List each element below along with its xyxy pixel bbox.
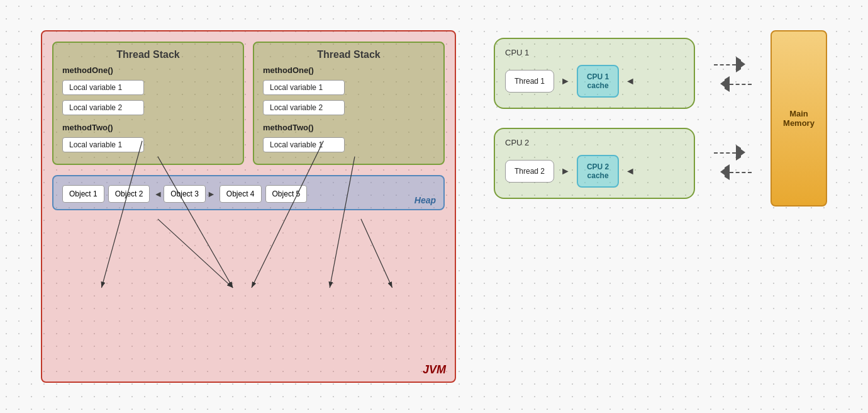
heap-obj1: Object 1 bbox=[62, 185, 104, 203]
cpu2-cache: CPU 2cache bbox=[577, 155, 619, 188]
thread-stack-2-title: Thread Stack bbox=[263, 49, 435, 60]
heap-obj4: Object 4 bbox=[220, 185, 262, 203]
ts1-local1: Local variable 1 bbox=[62, 80, 144, 95]
thread-stack-2-method1: methodOne() bbox=[263, 65, 435, 75]
cpu1-memory-arrows bbox=[714, 57, 752, 92]
cpu2-thread: Thread 2 bbox=[505, 160, 554, 183]
jvm-box: Thread Stack methodOne() Local variable … bbox=[41, 30, 456, 383]
main-memory-box: MainMemory bbox=[771, 30, 827, 206]
ts1-local2: Local variable 2 bbox=[62, 100, 144, 115]
cpu2-memory-arrows bbox=[714, 145, 752, 180]
heap-obj2: Object 2 bbox=[108, 185, 150, 203]
ts2-local3: Local variable 1 bbox=[263, 137, 345, 152]
thread-stack-2: Thread Stack methodOne() Local variable … bbox=[253, 42, 445, 165]
jvm-label: JVM bbox=[423, 363, 446, 376]
thread-stack-1: Thread Stack methodOne() Local variable … bbox=[52, 42, 244, 165]
cpu2-box: CPU 2 Thread 2 ► CPU 2cache ► bbox=[494, 128, 695, 199]
cpu-arrows-wrapper bbox=[714, 30, 752, 206]
cpu1-title: CPU 1 bbox=[505, 48, 682, 57]
heap-box: Object 1 Object 2 ◄ Object 3 ► Object 4 … bbox=[52, 175, 445, 210]
mem-to-cpu1-arrow bbox=[714, 76, 752, 92]
cpu1-box: CPU 1 Thread 1 ► CPU 1cache ► bbox=[494, 38, 695, 109]
mem-to-cpu2-arrow bbox=[714, 164, 752, 180]
thread-stack-1-method1: methodOne() bbox=[62, 65, 234, 75]
svg-line-6 bbox=[361, 219, 392, 288]
thread-stack-1-title: Thread Stack bbox=[62, 49, 234, 60]
heap-obj5: Object 5 bbox=[265, 185, 308, 203]
thread-stacks-row: Thread Stack methodOne() Local variable … bbox=[52, 42, 445, 165]
main-memory-label: MainMemory bbox=[783, 109, 815, 128]
heap-objects-row: Object 1 Object 2 ◄ Object 3 ► Object 4 … bbox=[62, 185, 435, 203]
cpu-diagram: CPU 1 Thread 1 ► CPU 1cache ► CPU 2 Thre… bbox=[494, 30, 827, 206]
main-container: Thread Stack methodOne() Local variable … bbox=[28, 18, 840, 395]
cpu2-to-mem-arrow bbox=[714, 145, 752, 161]
heap-label: Heap bbox=[415, 195, 436, 205]
cpu2-cache-to-thread-arrow: ► bbox=[625, 166, 635, 177]
cpu1-inner-row: Thread 1 ► CPU 1cache ► bbox=[505, 65, 682, 98]
cpu2-inner-row: Thread 2 ► CPU 2cache ► bbox=[505, 155, 682, 188]
cpu2-thread-to-cache-arrow: ► bbox=[560, 166, 570, 177]
cpus-column: CPU 1 Thread 1 ► CPU 1cache ► CPU 2 Thre… bbox=[494, 38, 695, 199]
cpu2-title: CPU 2 bbox=[505, 138, 682, 147]
ts2-local2: Local variable 2 bbox=[263, 100, 345, 115]
cpu1-thread-to-cache-arrow: ► bbox=[560, 76, 570, 87]
thread-stack-2-method2: methodTwo() bbox=[263, 123, 435, 132]
cpu1-to-mem-arrow bbox=[714, 57, 752, 72]
cpu1-thread: Thread 1 bbox=[505, 70, 554, 93]
cpu1-cache-to-thread-arrow: ► bbox=[625, 76, 635, 87]
ts1-local3: Local variable 1 bbox=[62, 137, 144, 152]
thread-stack-1-method2: methodTwo() bbox=[62, 123, 234, 132]
ts2-local1: Local variable 1 bbox=[263, 80, 345, 95]
cpu1-cache: CPU 1cache bbox=[577, 65, 619, 98]
svg-line-3 bbox=[158, 219, 233, 288]
heap-obj3: Object 3 bbox=[164, 185, 206, 203]
